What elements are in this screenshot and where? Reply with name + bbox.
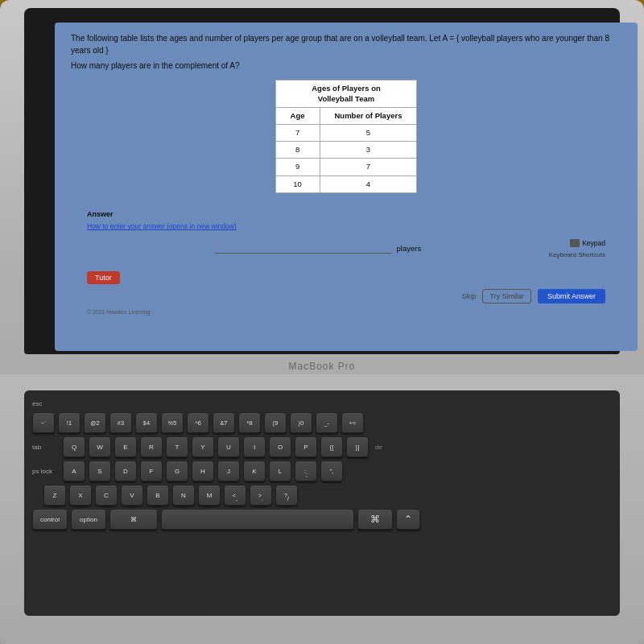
key-m[interactable]: M	[198, 485, 221, 506]
screen-bezel: The following table lists the ages and n…	[24, 8, 620, 354]
key-z[interactable]: Z	[43, 485, 66, 506]
copyright: © 2021 Hawkes Learning	[71, 307, 621, 319]
number-row: ~` !1 @2 #3 $4 %5 ^6 &7 *8 (9 )0 _- +=	[32, 412, 612, 433]
laptop-body: The following table lists the ages and n…	[0, 0, 644, 644]
tutor-button[interactable]: Tutor	[87, 271, 120, 284]
key-bracket-open[interactable]: {[	[320, 436, 343, 457]
try-similar-button[interactable]: Try Similar	[482, 289, 531, 303]
key-w[interactable]: W	[89, 436, 111, 457]
key-period[interactable]: >.	[250, 485, 272, 506]
tutor-button-area: Tutor	[71, 271, 621, 284]
key-1[interactable]: !1	[58, 412, 80, 433]
zxcv-row: Z X C V B N M <, >. ?/	[32, 485, 612, 506]
keyboard-inner: esc ~` !1 @2 #3 $4 %5 ^6 &7 *8 (9 )0 _- …	[24, 390, 620, 616]
players-label: players	[397, 243, 422, 254]
answer-row: players Keypad Keyboard Shortcuts	[87, 238, 605, 260]
key-f[interactable]: F	[140, 460, 163, 481]
key-minus[interactable]: _-	[316, 412, 338, 433]
players-4: 4	[320, 175, 417, 192]
asdf-row: ps lock A S D F G H J K L :; "'	[32, 460, 612, 481]
key-option[interactable]: option	[71, 509, 106, 530]
players-5: 5	[320, 124, 417, 141]
key-3[interactable]: #3	[109, 412, 132, 433]
key-semicolon[interactable]: :;	[295, 460, 317, 481]
key-2[interactable]: @2	[84, 412, 106, 433]
table-row: 9 7	[275, 159, 417, 175]
key-0[interactable]: )0	[290, 412, 312, 433]
key-t[interactable]: T	[166, 436, 188, 457]
key-8[interactable]: *8	[238, 412, 261, 433]
question-line2: How many players are in the complement o…	[71, 60, 621, 72]
key-a[interactable]: A	[63, 460, 85, 481]
table-row: 10 4	[275, 175, 417, 192]
question-line1: The following table lists the ages and n…	[71, 32, 621, 56]
table-container: Ages of Players on Volleyball Team Age N…	[71, 80, 621, 193]
key-j[interactable]: J	[217, 460, 240, 481]
key-spacebar[interactable]	[161, 509, 354, 530]
key-r[interactable]: R	[140, 436, 163, 457]
macbook-brand-label: MacBook Pro	[258, 361, 386, 372]
capslock-label: ps lock	[32, 468, 60, 475]
table-title: Ages of Players on Volleyball Team	[275, 80, 417, 108]
keypad-icon	[570, 239, 580, 247]
keyboard-area: esc ~` !1 @2 #3 $4 %5 ^6 &7 *8 (9 )0 _- …	[0, 374, 644, 644]
key-control[interactable]: control	[32, 509, 68, 530]
key-g[interactable]: G	[166, 460, 188, 481]
qwerty-row: tab Q W E R T Y U I O P {[ }] de	[32, 436, 612, 457]
players-7: 7	[320, 159, 417, 175]
submit-answer-button[interactable]: Submit Answer	[538, 289, 605, 303]
key-u[interactable]: U	[217, 436, 240, 457]
keypad-button[interactable]: Keypad	[570, 238, 605, 249]
keypad-area: Keypad Keyboard Shortcuts	[549, 238, 605, 260]
age-8: 8	[275, 142, 320, 159]
key-b[interactable]: B	[147, 485, 169, 506]
key-7[interactable]: &7	[213, 412, 235, 433]
players-3: 3	[320, 142, 417, 159]
key-i[interactable]: I	[243, 436, 266, 457]
key-bracket-close[interactable]: }]	[346, 436, 369, 457]
key-command-right[interactable]: ⌘	[357, 509, 393, 530]
age-9: 9	[275, 159, 320, 175]
key-y[interactable]: Y	[192, 436, 214, 457]
age-7: 7	[275, 124, 320, 141]
answer-input[interactable]	[215, 244, 392, 254]
key-command-left[interactable]: ⌘	[109, 509, 158, 530]
key-5[interactable]: %5	[161, 412, 184, 433]
col-players-header: Number of Players	[320, 107, 417, 124]
key-h[interactable]: H	[192, 460, 214, 481]
key-p[interactable]: P	[295, 436, 317, 457]
key-v[interactable]: V	[121, 485, 143, 506]
key-backtick[interactable]: ~`	[32, 412, 55, 433]
keyboard-shortcuts-link[interactable]: Keyboard Shortcuts	[549, 250, 605, 260]
key-slash[interactable]: ?/	[275, 485, 298, 506]
keypad-label: Keypad	[582, 238, 605, 249]
tab-label: tab	[32, 444, 60, 451]
key-q[interactable]: Q	[63, 436, 85, 457]
key-4[interactable]: $4	[135, 412, 158, 433]
key-d[interactable]: D	[114, 460, 137, 481]
answer-input-area: players	[87, 243, 549, 254]
modifier-row: control option ⌘ ⌘ ⌃	[32, 509, 612, 530]
key-x[interactable]: X	[69, 485, 92, 506]
key-k[interactable]: K	[243, 460, 266, 481]
key-fn-right[interactable]: ⌃	[396, 509, 420, 530]
key-quote[interactable]: "'	[320, 460, 343, 481]
key-c[interactable]: C	[95, 485, 118, 506]
key-equals[interactable]: +=	[341, 412, 364, 433]
answer-section: Answer How to enter your answer (opens i…	[71, 204, 621, 271]
key-o[interactable]: O	[269, 436, 291, 457]
key-e[interactable]: E	[114, 436, 137, 457]
key-9[interactable]: (9	[264, 412, 287, 433]
skip-button[interactable]: Skip	[462, 292, 477, 300]
key-l[interactable]: L	[269, 460, 291, 481]
key-n[interactable]: N	[172, 485, 195, 506]
question-area: The following table lists the ages and n…	[55, 23, 638, 324]
key-comma[interactable]: <,	[224, 485, 246, 506]
answer-hint-link[interactable]: How to enter your answer (opens in new w…	[87, 221, 605, 232]
key-s[interactable]: S	[89, 460, 111, 481]
bottom-buttons: Skip Try Similar Submit Answer	[71, 286, 621, 307]
col-age-header: Age	[275, 107, 320, 124]
data-table: Ages of Players on Volleyball Team Age N…	[275, 80, 418, 193]
age-10: 10	[275, 175, 320, 192]
key-6[interactable]: ^6	[187, 412, 209, 433]
